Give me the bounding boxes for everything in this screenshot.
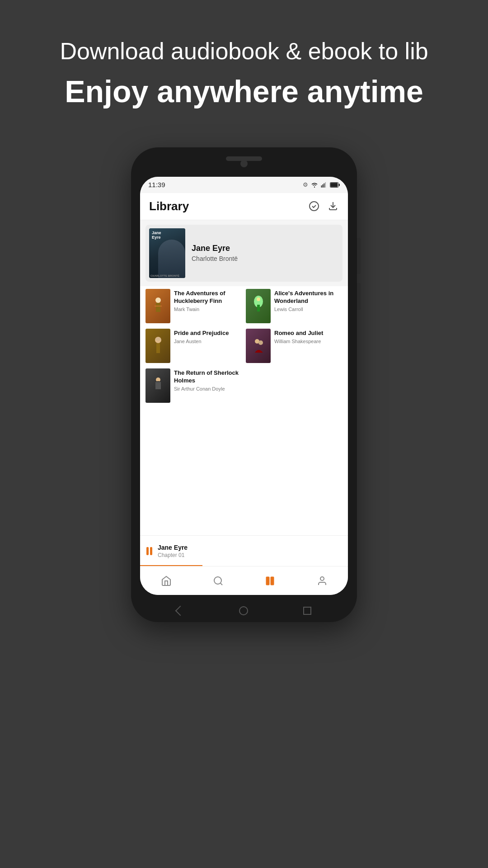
mini-player-chapter: Chapter 01 (158, 552, 188, 558)
featured-cover: JaneEyre Charlotte Brontë (149, 228, 185, 278)
book-cover-sherlock (145, 368, 170, 403)
svg-point-18 (155, 337, 161, 341)
playback-progress (140, 565, 202, 566)
side-button-2 (357, 283, 361, 310)
featured-book-title: Jane Eyre (192, 244, 238, 253)
svg-rect-26 (271, 577, 274, 585)
recents-button[interactable] (303, 607, 311, 615)
home-icon (160, 575, 172, 587)
svg-rect-3 (324, 183, 324, 187)
mini-player-title: Jane Eyre (158, 544, 188, 551)
book-author-alice: Lewis Carroll (274, 307, 343, 312)
book-title-romeo: Romeo and Juliet (274, 330, 323, 337)
hero-subtitle: Download audiobook & ebook to lib (59, 36, 429, 67)
book-info-sherlock: The Return of Sherlock Holmes Sir Arthur… (174, 368, 242, 392)
svg-point-27 (320, 577, 324, 580)
svg-rect-17 (156, 343, 160, 353)
nav-item-home[interactable] (153, 571, 179, 590)
profile-icon (316, 575, 328, 587)
book-author-romeo: William Shakespeare (274, 339, 323, 344)
svg-point-10 (155, 297, 161, 303)
svg-point-0 (314, 186, 315, 187)
book-cover-romeo (246, 329, 271, 363)
pause-bar-right (150, 547, 152, 555)
home-button[interactable] (239, 606, 248, 615)
book-info-pride: Pride and Prejudice Jane Austen (174, 329, 229, 344)
svg-rect-15 (257, 305, 260, 311)
svg-rect-6 (338, 184, 340, 186)
library-icon (264, 575, 276, 587)
mini-player[interactable]: Jane Eyre Chapter 01 (140, 535, 348, 566)
status-bar: 11:39 ⚙ (140, 177, 348, 193)
book-title-sherlock: The Return of Sherlock Holmes (174, 369, 242, 385)
svg-point-20 (258, 340, 263, 345)
phone-camera (240, 160, 248, 167)
book-author-huck: Mark Twain (174, 307, 242, 312)
book-info-romeo: Romeo and Juliet William Shakespeare (274, 329, 323, 344)
svg-point-23 (214, 577, 221, 584)
settings-icon: ⚙ (303, 181, 308, 188)
svg-rect-12 (155, 306, 162, 307)
header-action-icons (308, 200, 339, 212)
nav-item-search[interactable] (205, 571, 231, 590)
hero-title: Enjoy anywhere anytime (59, 71, 429, 111)
book-title-pride: Pride and Prejudice (174, 330, 229, 337)
search-icon (212, 575, 224, 587)
book-title-huck: The Adventures of Huckleberry Finn (174, 290, 242, 305)
svg-point-8 (310, 202, 319, 211)
book-cover-pride (145, 329, 170, 363)
svg-rect-11 (156, 303, 160, 312)
phone-screen: 11:39 ⚙ (140, 177, 348, 595)
status-time: 11:39 (148, 181, 165, 189)
book-item-sherlock[interactable]: The Return of Sherlock Holmes Sir Arthur… (145, 368, 242, 403)
hero-section: Download audiobook & ebook to lib Enjoy … (59, 36, 429, 111)
check-icon[interactable] (308, 200, 320, 212)
svg-rect-22 (155, 382, 161, 389)
svg-rect-7 (330, 183, 338, 187)
book-title-alice: Alice's Adventures in Wonderland (274, 290, 343, 305)
phone-top (131, 152, 357, 177)
wifi-icon (311, 182, 318, 188)
book-cover-alice (246, 289, 271, 323)
book-info-huck: The Adventures of Huckleberry Finn Mark … (174, 289, 242, 312)
bottom-navigation (140, 566, 348, 595)
book-item-alice[interactable]: Alice's Adventures in Wonderland Lewis C… (246, 289, 343, 323)
featured-book-item[interactable]: JaneEyre Charlotte Brontë Jane Eyre Char… (145, 225, 343, 282)
back-button[interactable] (175, 606, 186, 616)
battery-icon (330, 182, 340, 188)
app-header: Library (140, 193, 348, 220)
book-author-sherlock: Sir Arthur Conan Doyle (174, 386, 242, 392)
svg-rect-2 (323, 184, 324, 188)
pause-button[interactable] (146, 547, 152, 555)
svg-point-14 (257, 297, 260, 301)
featured-book-author: Charlotte Brontë (192, 255, 238, 262)
featured-book-info: Jane Eyre Charlotte Brontë (192, 244, 238, 262)
book-grid-container[interactable]: The Adventures of Huckleberry Finn Mark … (140, 286, 348, 536)
side-button (357, 238, 361, 274)
svg-rect-25 (266, 577, 269, 585)
signal-icon (321, 182, 327, 188)
mini-player-info: Jane Eyre Chapter 01 (158, 544, 188, 558)
book-grid: The Adventures of Huckleberry Finn Mark … (145, 289, 343, 403)
book-info-alice: Alice's Adventures in Wonderland Lewis C… (274, 289, 343, 312)
nav-item-library[interactable] (257, 571, 283, 590)
header-title: Library (149, 199, 189, 213)
book-item-huck[interactable]: The Adventures of Huckleberry Finn Mark … (145, 289, 242, 323)
nav-item-profile[interactable] (309, 571, 335, 590)
svg-rect-1 (321, 185, 322, 188)
phone-mockup: 11:39 ⚙ (131, 147, 357, 622)
phone-body: 11:39 ⚙ (131, 147, 357, 622)
svg-line-24 (220, 583, 222, 585)
book-item-romeo[interactable]: Romeo and Juliet William Shakespeare (246, 329, 343, 363)
phone-nav-bar (131, 599, 357, 622)
book-item-pride[interactable]: Pride and Prejudice Jane Austen (145, 329, 242, 363)
book-author-pride: Jane Austen (174, 339, 229, 344)
svg-rect-4 (325, 182, 326, 188)
download-icon[interactable] (327, 200, 339, 212)
status-icons: ⚙ (303, 181, 340, 188)
pause-bar-left (146, 547, 149, 555)
book-cover-huck (145, 289, 170, 323)
